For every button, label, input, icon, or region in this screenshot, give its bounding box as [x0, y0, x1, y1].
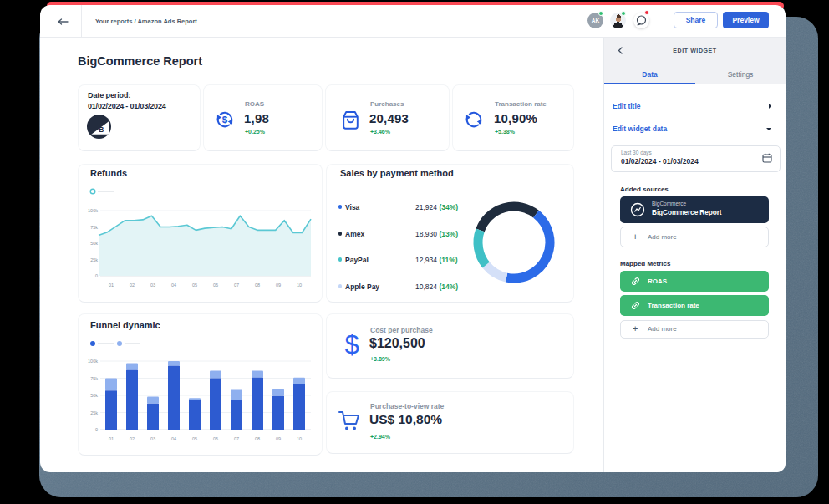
svg-text:05: 05	[192, 436, 197, 441]
svg-text:03: 03	[150, 436, 155, 441]
svg-text:$: $	[222, 115, 228, 125]
svg-text:100k: 100k	[88, 359, 98, 364]
svg-text:07: 07	[234, 283, 239, 288]
svg-text:02: 02	[130, 436, 135, 441]
svg-text:10: 10	[297, 436, 302, 441]
svg-text:0: 0	[95, 427, 98, 432]
svg-text:50k: 50k	[90, 393, 98, 398]
svg-text:0: 0	[95, 273, 98, 278]
svg-text:50k: 50k	[90, 241, 98, 246]
svg-text:01: 01	[109, 436, 114, 441]
svg-text:02: 02	[130, 283, 135, 288]
svg-text:B: B	[99, 125, 104, 134]
svg-text:09: 09	[276, 283, 281, 288]
svg-text:06: 06	[213, 436, 218, 441]
svg-text:10: 10	[297, 283, 302, 288]
svg-text:25k: 25k	[90, 257, 98, 262]
svg-text:75k: 75k	[90, 376, 98, 381]
svg-text:07: 07	[234, 436, 239, 441]
svg-text:04: 04	[171, 283, 176, 288]
svg-text:08: 08	[255, 436, 260, 441]
svg-text:09: 09	[276, 436, 281, 441]
svg-text:05: 05	[192, 283, 197, 288]
svg-text:25k: 25k	[90, 410, 98, 415]
svg-text:100k: 100k	[88, 208, 98, 213]
svg-text:04: 04	[171, 436, 176, 441]
svg-text:08: 08	[255, 283, 260, 288]
svg-text:$: $	[344, 330, 359, 359]
svg-text:03: 03	[150, 283, 155, 288]
svg-text:75k: 75k	[90, 225, 98, 230]
svg-text:06: 06	[213, 283, 218, 288]
svg-text:01: 01	[109, 283, 114, 288]
